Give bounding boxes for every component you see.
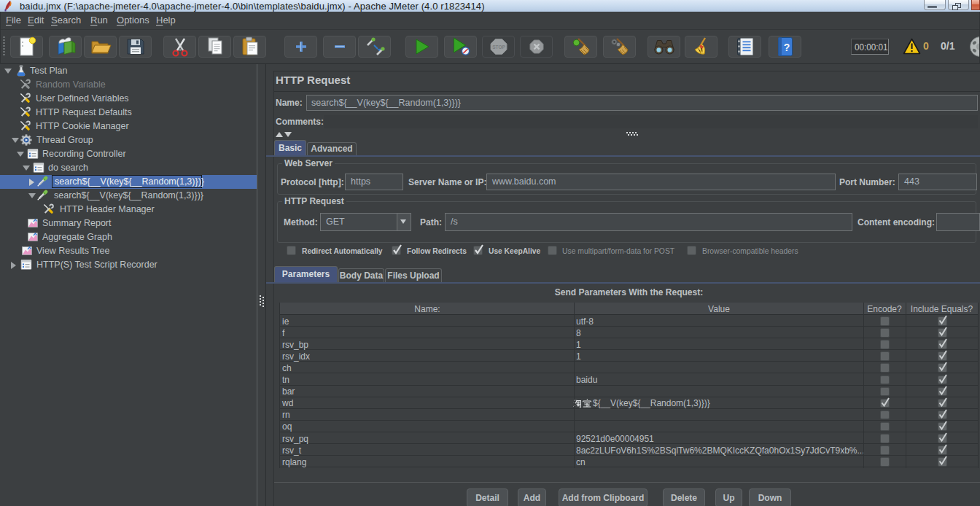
svg-text:?: ? (783, 42, 790, 53)
svg-text:STOP: STOP (492, 44, 505, 50)
